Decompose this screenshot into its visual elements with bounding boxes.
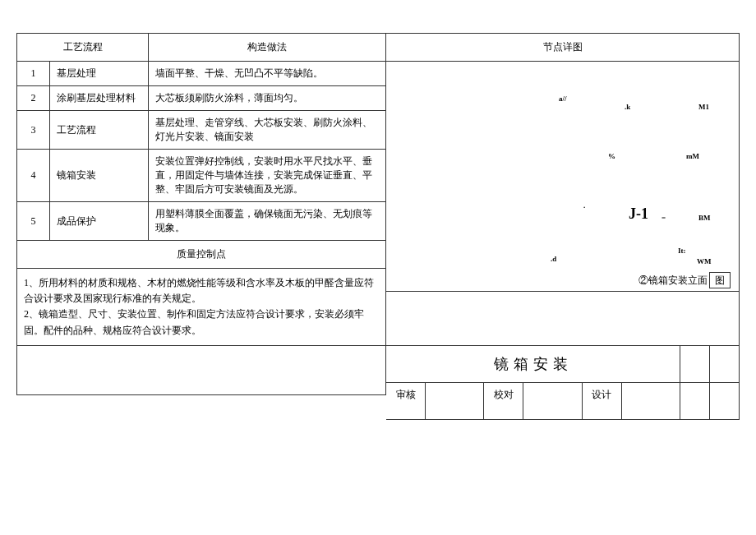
sig-label-design: 设计	[583, 383, 622, 420]
qc-item: 2、镜箱造型、尺寸、安装位置、制作和固定方法应符合设计要求，安装必须牢固。配件的…	[24, 307, 379, 338]
caption-suffix: 图	[709, 272, 731, 288]
row-desc: 安装位置弹好控制线，安装时用水平尺找水平、垂直，用固定件与墙体连接，安装完成保证…	[149, 150, 386, 202]
diag-label: .	[583, 201, 585, 210]
row-name: 工艺流程	[50, 111, 149, 150]
row-num: 1	[17, 62, 50, 86]
table-row: 5 成品保护 用塑料薄膜全面覆盖，确保镜面无污染、无划痕等现象。	[17, 202, 386, 241]
title-cell-blank	[710, 346, 740, 383]
table-row: 2 涂刷基层处理材料 大芯板须刷防火涂料，薄面均匀。	[17, 86, 386, 111]
diagram-caption: ②镜箱安装立面	[638, 274, 708, 286]
bottom-left-blank	[16, 346, 386, 395]
diag-label: a//	[559, 95, 567, 103]
row-num: 2	[17, 86, 50, 111]
diag-label: .k	[625, 103, 630, 111]
sig-value-check	[523, 383, 582, 420]
row-name: 成品保护	[50, 202, 149, 241]
sig-value-design	[622, 383, 680, 420]
sig-label-review: 审核	[386, 383, 426, 420]
qc-item: 1、所用材料的材质和规格、木材的燃烧性能等级和含水率及木板的甲醛含量应符合设计要…	[24, 275, 379, 307]
page-title: 镜箱安装	[386, 346, 680, 383]
title-cell-blank	[680, 346, 710, 383]
diag-label: M1	[698, 103, 709, 111]
sig-cell-blank	[710, 383, 740, 420]
row-desc: 大芯板须刷防火涂料，薄面均匀。	[149, 86, 386, 111]
row-desc: 用塑料薄膜全面覆盖，确保镜面无污染、无划痕等现象。	[149, 202, 386, 241]
table-row: 3 工艺流程 基层处理、走管穿线、大芯板安装、刷防火涂料、灯光片安装、镜面安装	[17, 111, 386, 150]
row-num: 3	[17, 111, 50, 150]
header-detail: 节点详图	[386, 34, 739, 62]
table-row: 1 基层处理 墙面平整、干燥、无凹凸不平等缺陷。	[17, 62, 386, 86]
diag-label: WM	[697, 257, 712, 265]
sig-label-check: 校对	[484, 383, 523, 420]
diag-label: .d	[551, 255, 556, 263]
diag-label: =	[662, 214, 666, 222]
row-num: 5	[17, 202, 50, 241]
header-method: 构造做法	[149, 34, 386, 62]
row-desc: 墙面平整、干燥、无凹凸不平等缺陷。	[149, 62, 386, 86]
diagram-area: a// .k M1 % mM J-1 = BM .d It: WM . ②镜箱安…	[386, 62, 739, 292]
row-name: 涂刷基层处理材料	[50, 86, 149, 111]
qc-content: 1、所用材料的材质和规格、木材的燃烧性能等级和含水率及木板的甲醛含量应符合设计要…	[17, 269, 386, 346]
diag-label: mM	[686, 152, 699, 160]
diag-label: BM	[698, 214, 711, 222]
diag-label-j1: J-1	[629, 205, 648, 223]
sig-value-review	[426, 383, 484, 420]
row-name: 镜箱安装	[50, 150, 149, 202]
diag-label: %	[608, 152, 615, 160]
qc-header: 质量控制点	[17, 241, 386, 269]
table-row: 4 镜箱安装 安装位置弹好控制线，安装时用水平尺找水平、垂直，用固定件与墙体连接…	[17, 150, 386, 202]
row-desc: 基层处理、走管穿线、大芯板安装、刷防火涂料、灯光片安装、镜面安装	[149, 111, 386, 150]
diag-label: It:	[678, 247, 686, 255]
header-process: 工艺流程	[17, 34, 149, 62]
row-num: 4	[17, 150, 50, 202]
sig-cell-blank	[680, 383, 710, 420]
row-name: 基层处理	[50, 62, 149, 86]
